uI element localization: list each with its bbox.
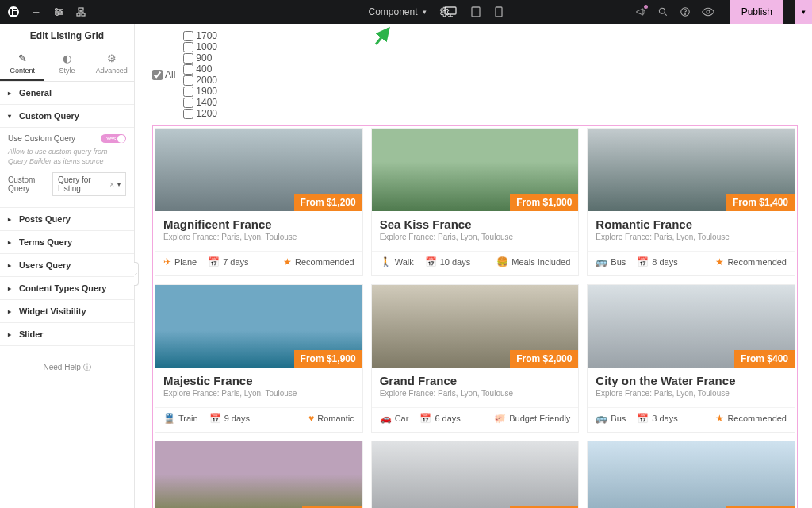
- section-widget-visibility[interactable]: ▸Widget Visibility: [0, 300, 134, 323]
- svg-point-15: [659, 8, 665, 13]
- filter-1200[interactable]: 1200: [183, 108, 217, 119]
- listing-card[interactable]: From $1,400Romantic FranceExplore France…: [587, 128, 795, 276]
- section-users-query[interactable]: ▸Users Query: [0, 254, 134, 277]
- device-desktop-icon[interactable]: [444, 6, 457, 17]
- device-tablet-icon[interactable]: [471, 6, 481, 17]
- filter-2000[interactable]: 2000: [183, 75, 217, 86]
- section-content-types-query[interactable]: ▸Content Types Query: [0, 277, 134, 300]
- plane-icon: ✈: [163, 256, 171, 267]
- whats-new-icon[interactable]: [635, 6, 646, 17]
- custom-query-hint: Allow to use custom query from Query Bui…: [8, 148, 126, 166]
- card-title: Magnificent France: [163, 217, 354, 231]
- help-icon[interactable]: [680, 6, 691, 17]
- card-meta: 🚶Walk📅10 days🍔Meals Included: [372, 251, 579, 275]
- panel-title: Edit Listing Grid: [0, 24, 134, 48]
- section-custom-query[interactable]: ▾Custom Query: [0, 105, 134, 128]
- heart-icon: ♥: [308, 413, 314, 424]
- card-meta: 🚌Bus📅3 days★Recommended: [588, 407, 795, 432]
- section-general[interactable]: ▸General: [0, 82, 134, 105]
- preview-icon[interactable]: [702, 6, 714, 17]
- component-dropdown[interactable]: Component ▾: [362, 3, 432, 21]
- section-slider[interactable]: ▸Slider: [0, 323, 134, 346]
- add-icon[interactable]: ＋: [30, 5, 42, 20]
- filter-checkbox[interactable]: [183, 31, 193, 41]
- tab-advanced[interactable]: ⚙Advanced: [90, 48, 134, 81]
- tab-style[interactable]: ◐Style: [44, 48, 89, 81]
- panel-collapse-handle[interactable]: ‹: [134, 262, 139, 286]
- filter-checkbox[interactable]: [183, 42, 193, 52]
- custom-query-select[interactable]: Query for Listing ×▾: [52, 172, 126, 196]
- listing-card[interactable]: From $1,200Magnificent FranceExplore Fra…: [155, 128, 363, 276]
- filter-1700[interactable]: 1700: [183, 30, 217, 41]
- clear-icon[interactable]: ×: [109, 180, 114, 189]
- card-subtitle: Explore France: Paris, Lyon, Toulouse: [596, 389, 787, 398]
- custom-query-label: Custom Query: [8, 175, 52, 193]
- svg-rect-12: [445, 7, 456, 14]
- publish-dropdown[interactable]: ▾: [795, 0, 812, 24]
- calendar-icon: 📅: [419, 413, 431, 424]
- svg-point-6: [59, 11, 62, 13]
- svg-rect-9: [77, 13, 80, 16]
- filter-all[interactable]: All: [152, 69, 175, 80]
- chevron-icon: ▸: [8, 90, 14, 97]
- card-image: From $400: [588, 285, 795, 368]
- card-image: From $1,000: [372, 129, 579, 211]
- svg-point-7: [56, 13, 59, 16]
- listing-card[interactable]: From $1,000Sea Kiss FranceExplore France…: [371, 128, 580, 276]
- svg-rect-4: [13, 13, 17, 15]
- tab-content[interactable]: ✎Content: [0, 48, 44, 81]
- filter-checkbox[interactable]: [183, 64, 193, 75]
- listing-card[interactable]: From $1,700French AutumnExplore France: …: [587, 441, 795, 508]
- svg-point-5: [56, 9, 58, 11]
- filter-checkbox[interactable]: [152, 70, 163, 80]
- card-meta: 🚆Train📅9 days♥Romantic: [155, 407, 362, 432]
- section-terms-query[interactable]: ▸Terms Query: [0, 231, 134, 254]
- filter-checkbox[interactable]: [183, 87, 193, 97]
- finder-icon[interactable]: [657, 6, 668, 17]
- star-icon: ★: [715, 256, 724, 267]
- chevron-icon: ▾: [8, 113, 14, 120]
- listing-card[interactable]: From $2,000Grand FranceExplore France: P…: [371, 284, 580, 433]
- filter-checkbox[interactable]: [183, 53, 193, 64]
- structure-icon[interactable]: [75, 6, 86, 17]
- device-mobile-icon[interactable]: [495, 6, 503, 17]
- listing-card[interactable]: From $1,000Fog Town FranceExplore France…: [371, 441, 580, 508]
- section-posts-query[interactable]: ▸Posts Query: [0, 208, 134, 231]
- elementor-logo-icon[interactable]: [8, 6, 19, 17]
- chevron-down-icon: ▾: [802, 8, 806, 16]
- budget-icon: 🐖: [494, 413, 506, 424]
- filter-1400[interactable]: 1400: [183, 97, 217, 108]
- filter-1000[interactable]: 1000: [183, 41, 217, 52]
- listing-card[interactable]: From $900Blue Lagune FranceExplore Franc…: [155, 441, 363, 508]
- filter-900[interactable]: 900: [183, 52, 217, 64]
- card-meta: 🚌Bus📅8 days★Recommended: [588, 251, 795, 275]
- card-meta: 🚗Car📅6 days🐖Budget Friendly: [372, 407, 579, 432]
- svg-rect-10: [82, 13, 85, 16]
- listing-card[interactable]: From $400City on the Water FranceExplore…: [587, 284, 795, 433]
- chevron-icon: ▸: [8, 308, 14, 315]
- chevron-icon: ▸: [8, 285, 14, 292]
- use-custom-query-toggle[interactable]: Yes: [101, 134, 126, 143]
- price-badge: From $1,000: [510, 194, 578, 211]
- filter-1900[interactable]: 1900: [183, 86, 217, 97]
- listing-grid-widget[interactable]: From $1,200Magnificent FranceExplore Fra…: [152, 125, 798, 508]
- card-subtitle: Explore France: Paris, Lyon, Toulouse: [380, 233, 571, 241]
- svg-rect-8: [79, 8, 83, 10]
- publish-button[interactable]: Publish: [730, 0, 783, 24]
- card-image: From $1,700: [588, 441, 795, 508]
- filter-checkbox[interactable]: [183, 75, 193, 86]
- price-badge: From $2,000: [510, 350, 578, 368]
- price-badge: From $400: [734, 350, 795, 368]
- filter-checkbox[interactable]: [183, 109, 193, 119]
- svg-rect-2: [13, 9, 17, 10]
- card-image: From $900: [155, 441, 362, 508]
- listing-card[interactable]: From $1,900Majestic FranceExplore France…: [155, 284, 363, 433]
- filter-400[interactable]: 400: [183, 64, 217, 75]
- card-subtitle: Explore France: Paris, Lyon, Toulouse: [380, 389, 571, 398]
- filter-checkbox[interactable]: [183, 98, 193, 108]
- card-image: From $1,400: [588, 129, 795, 211]
- card-title: City on the Water France: [596, 374, 787, 387]
- chevron-down-icon: ▾: [117, 181, 121, 188]
- need-help-link[interactable]: Need Help ⓘ: [0, 362, 134, 373]
- settings-icon[interactable]: [53, 6, 64, 17]
